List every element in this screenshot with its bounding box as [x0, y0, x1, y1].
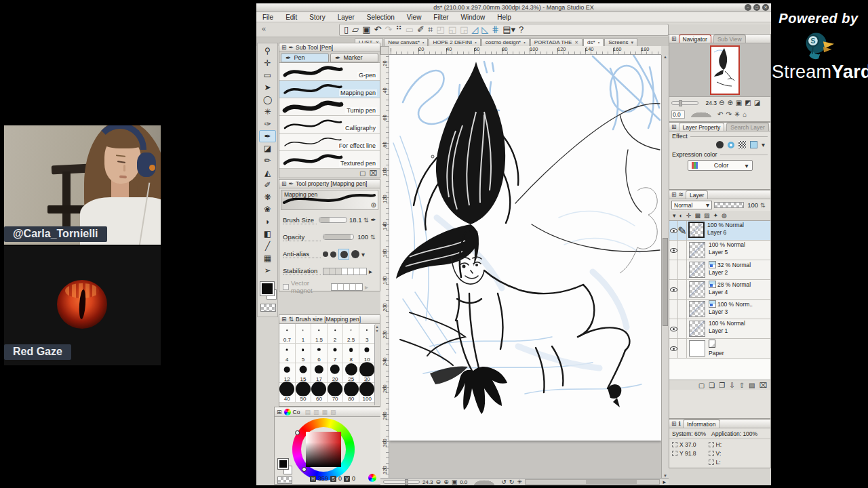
- tab-search-layer[interactable]: Search Layer: [726, 123, 769, 131]
- document-tab[interactable]: PORTADA THE✕: [530, 38, 583, 46]
- anti-alias-none[interactable]: [323, 251, 328, 257]
- vector-magnet-expand-icon[interactable]: ▸: [365, 283, 368, 291]
- brush-size-cell[interactable]: 17: [311, 363, 328, 383]
- eye-icon[interactable]: [670, 327, 677, 331]
- menu-selection[interactable]: Selection: [361, 14, 401, 21]
- eye-icon[interactable]: [670, 287, 677, 292]
- fit-screen-icon[interactable]: ▣: [452, 479, 458, 485]
- brush-size-slider[interactable]: [319, 217, 347, 223]
- snap-special-ruler-icon[interactable]: ◺: [481, 24, 488, 35]
- layer-color-badge-icon[interactable]: [709, 281, 716, 288]
- brush-size-cell[interactable]: 10: [359, 344, 376, 363]
- transparent-color-swatch[interactable]: [260, 304, 276, 312]
- tab-layer[interactable]: Layer: [686, 190, 708, 199]
- merge-down-icon[interactable]: ⇩: [729, 382, 734, 389]
- layer-opacity-slider[interactable]: [714, 202, 744, 208]
- redo-icon[interactable]: ↷: [384, 24, 392, 35]
- layer-settings-icon[interactable]: ▤: [749, 382, 755, 389]
- layer-visibility-cell[interactable]: [669, 300, 678, 319]
- menu-view[interactable]: View: [401, 14, 428, 21]
- layer-row[interactable]: 28 % NormalLayer 4: [669, 280, 770, 300]
- fit-screen-icon[interactable]: ▣: [736, 99, 742, 106]
- lock-layer-icon[interactable]: ▩: [695, 212, 701, 219]
- layer-row[interactable]: 100 % NormalLayer 1: [669, 319, 770, 339]
- value-value[interactable]: 0: [352, 475, 355, 482]
- brush-size-cell[interactable]: 15: [296, 363, 312, 383]
- layer-row[interactable]: 100 % NormalLayer 5: [669, 241, 770, 260]
- undo-icon[interactable]: ↶: [374, 24, 381, 35]
- layer-thumbnail[interactable]: [689, 281, 705, 298]
- panel-menu-icon[interactable]: ⊞: [671, 123, 677, 130]
- brush-grid-scrollbar[interactable]: ▲▼: [374, 325, 379, 405]
- scale-rotate-icon[interactable]: ◰: [436, 24, 444, 35]
- ruler-layer-icon[interactable]: ✛: [686, 212, 692, 219]
- snap-grid-icon[interactable]: ⋕: [492, 24, 499, 35]
- layer-row[interactable]: 32 % NormalLayer 2: [669, 260, 770, 280]
- color-wheel-mini-icon[interactable]: [368, 474, 376, 482]
- tab-layer-property[interactable]: Layer Property: [679, 123, 725, 131]
- ink-tool-icon[interactable]: ◭: [259, 167, 276, 179]
- expand-selection-icon[interactable]: ⌗: [428, 24, 433, 35]
- hue-value[interactable]: 359: [318, 475, 328, 482]
- layer-visibility-cell[interactable]: [669, 319, 678, 338]
- brush-tool-icon[interactable]: ✐: [259, 179, 276, 191]
- menu-help[interactable]: Help: [491, 14, 517, 21]
- brush-size-cell[interactable]: 7: [328, 344, 344, 363]
- effect-none-icon[interactable]: [716, 141, 724, 148]
- zoom-out-icon[interactable]: ⊖: [436, 479, 441, 485]
- layer-opacity-value[interactable]: 100: [746, 201, 758, 209]
- eyedropper-tool-icon[interactable]: ✑: [259, 118, 276, 130]
- pencil-tool-icon[interactable]: ✏: [259, 155, 276, 167]
- rotate-left-icon[interactable]: ↺: [501, 479, 507, 485]
- line-tool-icon[interactable]: ╱: [259, 240, 276, 252]
- pen-pressure-icon[interactable]: ✒: [371, 216, 376, 224]
- brush-size-cell[interactable]: 2.5: [343, 324, 359, 344]
- menu-edit[interactable]: Edit: [279, 14, 303, 21]
- color-history-tab-icon[interactable]: ▧: [330, 409, 336, 415]
- delete-layer-icon[interactable]: ⌧: [759, 382, 767, 389]
- menu-file[interactable]: File: [256, 14, 279, 21]
- color-mixing-tab-icon[interactable]: ▦: [321, 409, 328, 415]
- layer-thumbnail[interactable]: [688, 222, 705, 238]
- document-tab[interactable]: Screens▾: [604, 38, 637, 46]
- preview-magnifier-icon[interactable]: ⊕: [371, 201, 376, 209]
- panel-menu-icon[interactable]: ⊞: [671, 420, 677, 427]
- vertical-scroll-thumb[interactable]: [663, 238, 668, 326]
- eye-icon[interactable]: [670, 346, 677, 351]
- color-wheel-tab-label[interactable]: Co: [293, 409, 300, 415]
- blend-tool-icon[interactable]: ◗: [259, 216, 276, 228]
- eye-icon[interactable]: [670, 248, 677, 253]
- panel-menu-icon[interactable]: ⊞: [281, 316, 287, 323]
- reset-rotation-icon[interactable]: ✳: [517, 479, 522, 485]
- document-tab[interactable]: HOPE 2 DEFINI•: [429, 38, 480, 46]
- brush-size-cell[interactable]: 4: [279, 344, 296, 363]
- eye-icon[interactable]: [670, 228, 677, 233]
- subtool-tab-marker[interactable]: ✒Marker: [330, 53, 378, 62]
- screen-settings-icon[interactable]: ▤▾: [502, 24, 515, 35]
- brush-size-cell[interactable]: 3: [359, 324, 376, 344]
- color-wheel-tab-icon[interactable]: [284, 409, 291, 415]
- layer-color-badge-icon[interactable]: [709, 261, 716, 268]
- expression-color-dropdown[interactable]: Color ▾: [688, 160, 753, 171]
- effect-dropdown-icon[interactable]: ▾: [762, 141, 765, 148]
- effect-tone-icon[interactable]: [738, 141, 746, 148]
- zoom-slider[interactable]: [383, 480, 420, 484]
- invert-selection-icon[interactable]: ✐: [417, 24, 425, 35]
- brush-size-cell[interactable]: 20: [328, 363, 344, 383]
- layer-thumbnail[interactable]: [689, 262, 705, 278]
- layer-thumbnail[interactable]: [689, 340, 705, 357]
- actual-size-icon[interactable]: ◩: [745, 99, 751, 106]
- rotation-dial[interactable]: [470, 479, 498, 485]
- vector-select-tool-icon[interactable]: ➢: [259, 264, 276, 277]
- brush-size-cell[interactable]: 60: [311, 383, 328, 403]
- layer-row[interactable]: Paper: [669, 339, 770, 359]
- unsaved-dot-icon[interactable]: •: [524, 40, 525, 45]
- reference-layer-icon[interactable]: ✦: [713, 212, 719, 219]
- anti-alias-strong[interactable]: [351, 250, 359, 258]
- panel-menu-icon[interactable]: ⊞: [281, 44, 287, 51]
- eraser-tool-icon[interactable]: ◪: [259, 142, 276, 155]
- layer-row[interactable]: 100 % Norm..Layer 3: [669, 300, 770, 319]
- brush-size-cell[interactable]: 70: [328, 383, 344, 403]
- gradient-tool-icon[interactable]: ◧: [259, 228, 276, 240]
- help-icon[interactable]: ?: [519, 24, 524, 35]
